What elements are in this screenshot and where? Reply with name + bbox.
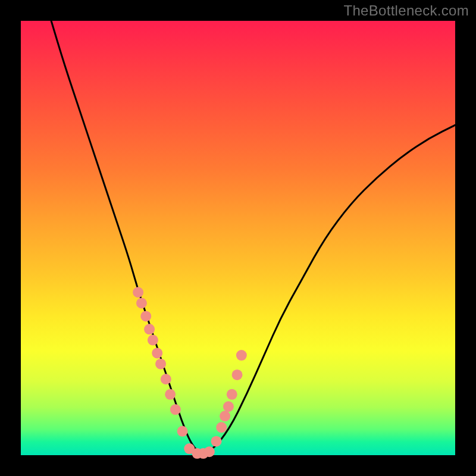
data-dot: [223, 401, 234, 412]
data-dot: [152, 347, 162, 358]
data-dot: [148, 335, 158, 346]
data-dot: [136, 298, 147, 309]
data-dot: [216, 422, 227, 433]
bottleneck-curve: [51, 21, 455, 452]
data-dot: [211, 436, 222, 447]
data-dot: [161, 374, 171, 384]
watermark-text: TheBottleneck.com: [343, 2, 469, 19]
data-dot: [140, 311, 151, 321]
data-dot: [227, 389, 237, 400]
data-dot: [155, 359, 166, 369]
dot-group: [133, 287, 247, 459]
chart-frame: TheBottleneck.com: [0, 0, 476, 476]
data-dot: [170, 404, 181, 415]
data-dot: [236, 350, 247, 361]
data-dot: [220, 411, 230, 421]
data-dot: [204, 446, 215, 457]
data-dot: [144, 324, 155, 334]
plot-svg: [21, 21, 455, 455]
data-dot: [165, 389, 176, 400]
data-dot: [133, 287, 143, 298]
data-dot: [232, 369, 243, 380]
data-dot: [177, 426, 188, 437]
plot-area: [21, 21, 455, 455]
